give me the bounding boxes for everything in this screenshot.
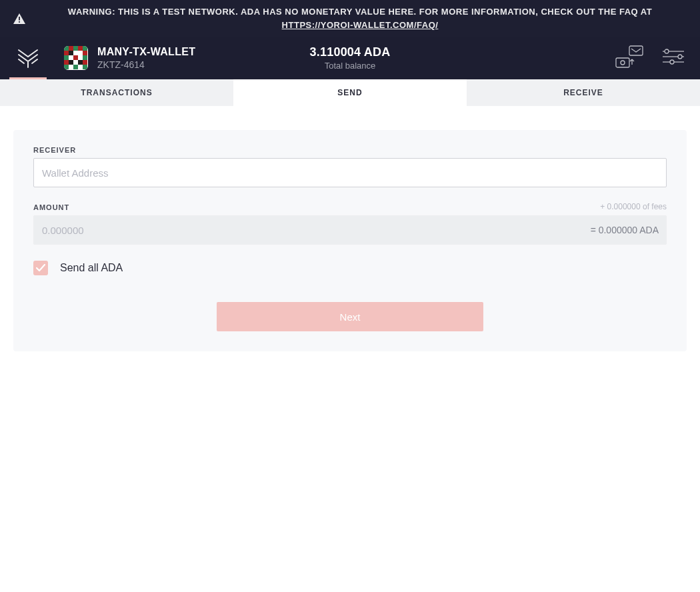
svg-point-4 [621, 61, 625, 65]
amount-input [33, 215, 667, 245]
svg-rect-3 [616, 58, 629, 67]
svg-rect-1 [19, 21, 20, 23]
receiver-input[interactable] [33, 158, 667, 187]
wallet-tabs: TRANSACTIONS SEND RECEIVE [0, 79, 700, 106]
wallet-stack-icon[interactable] [615, 45, 644, 71]
wallet-name: MANY-TX-WALLET [97, 45, 195, 58]
settings-sliders-icon[interactable] [663, 48, 684, 68]
warning-icon [13, 13, 25, 24]
test-network-warning-banner: WARNING: THIS IS A TEST NETWORK. ADA HAS… [0, 0, 700, 37]
balance-amount: 3.110004 ADA [310, 45, 391, 59]
svg-point-8 [678, 55, 682, 59]
next-button[interactable]: Next [217, 302, 483, 331]
wallet-avatar-icon [64, 46, 88, 70]
balance-block: 3.110004 ADA Total balance [310, 45, 391, 71]
svg-point-6 [665, 49, 669, 53]
send-all-label: Send all ADA [60, 262, 123, 274]
svg-rect-2 [629, 46, 643, 55]
wallet-info[interactable]: MANY-TX-WALLET ZKTZ-4614 [64, 45, 195, 70]
faq-link[interactable]: HTTPS://YOROI-WALLET.COM/FAQ/ [282, 20, 439, 30]
svg-point-10 [670, 60, 674, 64]
tab-send[interactable]: SEND [233, 79, 467, 106]
send-form: RECEIVER AMOUNT + 0.000000 of fees = 0.0… [13, 130, 687, 351]
app-header: MANY-TX-WALLET ZKTZ-4614 3.110004 ADA To… [0, 37, 700, 79]
receiver-label: RECEIVER [33, 146, 667, 154]
amount-label: AMOUNT [33, 203, 69, 211]
send-all-checkbox[interactable] [33, 261, 48, 275]
tab-transactions[interactable]: TRANSACTIONS [0, 79, 233, 106]
tab-receive[interactable]: RECEIVE [467, 79, 700, 106]
warning-text: WARNING: THIS IS A TEST NETWORK. ADA HAS… [68, 7, 652, 17]
active-nav-indicator [9, 77, 47, 79]
wallet-id: ZKTZ-4614 [97, 59, 195, 71]
fees-hint: + 0.000000 of fees [600, 202, 667, 211]
yoroi-logo-icon[interactable] [16, 46, 40, 70]
balance-label: Total balance [310, 61, 391, 71]
svg-rect-0 [19, 17, 20, 21]
